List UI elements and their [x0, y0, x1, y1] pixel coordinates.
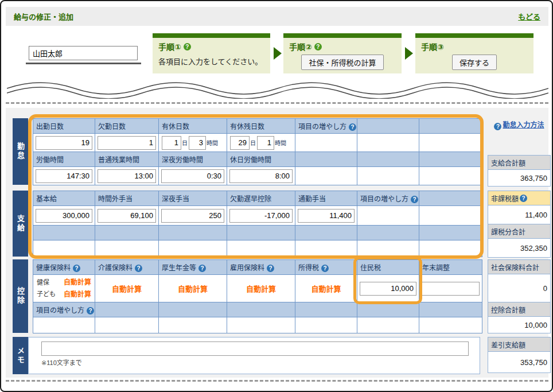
column-header-health-insurance: 健康保険料?: [33, 260, 95, 275]
empty-header-cell: [33, 226, 95, 240]
absence-deduction-input[interactable]: [229, 209, 293, 223]
empty-cell: [357, 134, 419, 152]
holiday-hours-cell: [227, 167, 295, 185]
help-icon[interactable]: ?: [520, 195, 527, 202]
column-header-pension: 厚生年金等?: [159, 260, 227, 275]
empty-header-cell: [95, 302, 159, 317]
paid-leave-remaining-days-input[interactable]: [230, 136, 250, 150]
net-payment-box: 差引支給額 353,750: [488, 337, 551, 373]
care-insurance-cell: 自動計算: [95, 275, 159, 302]
save-button[interactable]: 保存する: [452, 55, 497, 70]
base-salary-input[interactable]: [36, 209, 92, 223]
column-header-midnight-hours: 深夜労働時間: [159, 152, 227, 167]
auto-calc-value: 自動計算: [64, 277, 91, 288]
midnight-hours-cell: [159, 167, 227, 185]
attendance-help-link-row: ?勤怠入力方法: [488, 119, 551, 130]
help-icon[interactable]: ?: [135, 265, 142, 272]
column-header-holiday-hours: 休日労働時間: [227, 152, 295, 167]
empty-header-cell: [419, 119, 482, 134]
help-icon[interactable]: ?: [314, 43, 322, 51]
health-sub-label: 健保: [37, 277, 49, 288]
commute-allowance-input[interactable]: [298, 209, 355, 223]
back-link[interactable]: もどる: [518, 11, 540, 22]
empty-cell: [227, 240, 295, 257]
help-icon[interactable]: ?: [267, 265, 274, 272]
empty-cell: [357, 167, 419, 185]
midnight-pay-input[interactable]: [161, 209, 224, 223]
employee-name-input[interactable]: [29, 46, 138, 60]
column-header-paid-leave-remaining: 有休残日数: [227, 119, 295, 134]
help-icon[interactable]: ?: [87, 307, 94, 315]
resident-tax-input[interactable]: [360, 282, 416, 296]
step1-box: 手順① ? 各項目に入力をしてください。: [153, 33, 270, 73]
dashed-divider-top: [6, 102, 548, 104]
paid-leave-remaining-hours-input[interactable]: [257, 136, 274, 150]
column-header-base-salary: 基本給: [33, 191, 95, 206]
memo-input[interactable]: [41, 341, 469, 356]
empty-header-cell: [159, 302, 227, 317]
absence-days-input[interactable]: [98, 136, 156, 150]
unit-hour-label: 時間: [207, 140, 218, 146]
deduction-table: 健康保険料? 介護保険料? 厚生年金等? 雇用保険料? 所得税? 住民税 年末調…: [33, 259, 482, 333]
help-icon[interactable]: ?: [411, 196, 418, 203]
empty-header-cell: [295, 152, 357, 167]
step3-title: 手順③: [421, 41, 444, 52]
deduction-total-label: 控除合計額: [488, 302, 550, 317]
column-header-employment-insurance: 雇用保険料?: [227, 260, 295, 275]
child-sub-label: 子ども: [37, 289, 56, 300]
step1-description: 各項目に入力をしてください。: [158, 56, 264, 67]
empty-header-cell: [357, 152, 419, 167]
payment-table: 基本給 時間外手当 深夜手当 欠勤遅早控除 通勤手当 項目の増やし方?: [33, 191, 482, 257]
column-header-commute-allowance: 通勤手当: [295, 191, 357, 206]
empty-header-cell: [95, 226, 159, 240]
column-header-paid-leave-days: 有休日数: [159, 119, 227, 134]
memo-char-limit-note: ※110文字まで: [41, 358, 474, 367]
column-header-add-item: 項目の増やし方?: [33, 302, 95, 317]
help-icon[interactable]: ?: [184, 43, 191, 51]
pension-cell: 自動計算: [159, 275, 227, 302]
calc-insurance-tax-button[interactable]: 社保・所得税の計算: [301, 55, 383, 70]
empty-header-cell: [419, 226, 482, 240]
taxable-total-value: 352,350: [488, 239, 550, 257]
empty-header-cell: [295, 302, 357, 317]
unit-day-label: 日: [182, 140, 188, 146]
work-days-cell: [33, 134, 95, 152]
paid-leave-days-input[interactable]: [162, 136, 181, 150]
help-icon[interactable]: ?: [198, 265, 206, 272]
base-salary-cell: [33, 206, 95, 226]
resident-tax-cell: [357, 275, 419, 302]
help-icon[interactable]: ?: [349, 123, 356, 131]
midnight-pay-cell: [159, 206, 227, 226]
social-insurance-total-box: 社会保険料合計 0 控除合計額 10,000: [488, 259, 551, 333]
net-payment-label: 差引支給額: [488, 337, 550, 352]
absence-deduction-cell: [227, 206, 295, 226]
overtime-hours-cell: [95, 167, 159, 185]
attendance-input-help-link[interactable]: ?勤怠入力方法: [494, 121, 544, 129]
net-payment-value: 353,750: [488, 352, 550, 372]
step3-box: 手順③ 保存する: [415, 33, 533, 73]
midnight-hours-input[interactable]: [161, 169, 224, 183]
empty-cell: [295, 240, 357, 257]
year-end-adjustment-cell: [419, 275, 482, 302]
column-header-work-hours: 労働時間: [33, 152, 95, 167]
paid-leave-hours-input[interactable]: [189, 136, 206, 150]
help-icon[interactable]: ?: [73, 265, 80, 272]
overtime-pay-input[interactable]: [98, 209, 156, 223]
empty-cell: [357, 206, 419, 226]
step-arrow-icon: [274, 47, 282, 60]
empty-header-cell: [227, 226, 295, 240]
payment-total-value: 363,750: [488, 170, 550, 186]
overtime-hours-input[interactable]: [98, 169, 156, 183]
column-header-add-item: 項目の増やし方?: [295, 119, 357, 134]
column-header-absence-days: 欠勤日数: [95, 119, 159, 134]
work-days-input[interactable]: [36, 136, 92, 150]
auto-calc-value: 自動計算: [112, 285, 142, 293]
empty-header-cell: [357, 226, 419, 240]
holiday-hours-input[interactable]: [229, 169, 293, 183]
work-hours-input[interactable]: [36, 169, 92, 183]
column-header-resident-tax: 住民税: [357, 260, 419, 275]
year-end-adjustment-input[interactable]: [422, 282, 480, 296]
empty-header-cell: [357, 302, 419, 317]
empty-cell: [33, 317, 95, 333]
help-icon[interactable]: ?: [321, 265, 329, 272]
